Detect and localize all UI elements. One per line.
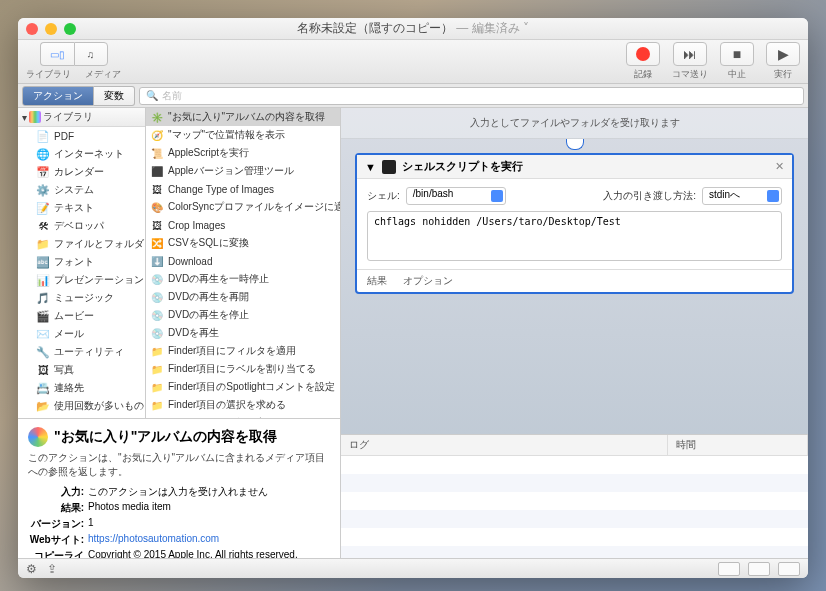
library-item[interactable]: 🎵ミュージック (18, 289, 145, 307)
share-icon[interactable]: ⇪ (47, 562, 57, 576)
library-item[interactable]: 🔧ユーティリティ (18, 343, 145, 361)
category-label: PDF (54, 131, 74, 142)
action-icon: 💿 (150, 326, 164, 340)
shell-select[interactable]: /bin/bash (406, 187, 506, 205)
action-icon: ⬛ (150, 164, 164, 178)
search-input[interactable]: 🔍 名前 (139, 87, 804, 105)
action-label: Finder項目のSpotlightコメントを設定 (168, 380, 335, 394)
action-list-item[interactable]: 🎨ColorSyncプロファイルをイメージに適用 (146, 198, 340, 216)
library-item[interactable]: ⚙️システム (18, 181, 145, 199)
action-list-item[interactable]: 💿DVDを再生 (146, 324, 340, 342)
category-icon: 🎬 (36, 309, 50, 323)
library-item[interactable]: 📝テキスト (18, 199, 145, 217)
library-header[interactable]: ▾ ライブラリ (18, 108, 145, 127)
library-item[interactable]: 🔤フォント (18, 253, 145, 271)
action-icon: 📁 (150, 362, 164, 376)
action-list-item[interactable]: 📁Finder項目にフィルタを適用 (146, 342, 340, 360)
action-label: ColorSyncプロファイルをイメージに適用 (168, 200, 340, 214)
action-list-item[interactable]: 📁Finder項目のSpotlightコメントを設定 (146, 378, 340, 396)
pass-input-select[interactable]: stdinへ (702, 187, 782, 205)
action-icon: 💿 (150, 290, 164, 304)
action-list-item[interactable]: ⬛Appleバージョン管理ツール (146, 162, 340, 180)
action-icon: 🖼 (150, 182, 164, 196)
view-mode-button-3[interactable] (778, 562, 800, 576)
category-icon: 🌐 (36, 147, 50, 161)
workflow-action-shell-script[interactable]: ▼ シェルスクリプトを実行 ✕ シェル: /bin/bash 入力の引き渡し方法… (355, 153, 794, 294)
titlebar: 名称未設定（隠すのコピー） — 編集済み ˅ (18, 18, 808, 40)
library-item[interactable]: 🌐インターネット (18, 145, 145, 163)
action-list-item[interactable]: ✳️"お気に入り"アルバムの内容を取得 (146, 108, 340, 126)
gear-icon[interactable]: ⚙︎ (26, 562, 37, 576)
action-close-button[interactable]: ✕ (775, 160, 784, 173)
action-list-item[interactable]: 🖼Change Type of Images (146, 180, 340, 198)
library-item[interactable]: 🛠デベロッパ (18, 217, 145, 235)
library-item[interactable]: 📅カレンダー (18, 163, 145, 181)
action-icon: 📁 (150, 380, 164, 394)
library-label: ライブラリ (26, 68, 71, 81)
category-label: システム (54, 183, 94, 197)
step-button[interactable]: ⏭ (673, 42, 707, 66)
action-icon: 🖼 (150, 218, 164, 232)
action-list-item[interactable]: 💿DVDの再生を一時停止 (146, 270, 340, 288)
minimize-window-button[interactable] (45, 23, 57, 35)
library-item[interactable]: 📊プレゼンテーション (18, 271, 145, 289)
action-list-item[interactable]: 📜AppleScriptを実行 (146, 144, 340, 162)
action-label: DVDを再生 (168, 326, 219, 340)
workflow-canvas[interactable]: 入力としてファイルやフォルダを受け取ります ▼ シェルスクリプトを実行 ✕ シェ… (341, 108, 808, 558)
media-toggle-button[interactable]: ♫ (74, 42, 108, 66)
action-icon: ⬇️ (150, 254, 164, 268)
action-icon: 🎨 (150, 200, 164, 214)
info-version-value: 1 (88, 517, 94, 531)
category-icon: 🔤 (36, 255, 50, 269)
library-item[interactable]: ✉️メール (18, 325, 145, 343)
info-copyright-value: Copyright © 2015 Apple Inc. All rights r… (88, 549, 298, 558)
info-input-key: 入力: (28, 485, 84, 499)
action-header[interactable]: ▼ シェルスクリプトを実行 ✕ (357, 155, 792, 179)
library-item[interactable]: 📇連絡先 (18, 379, 145, 397)
category-label: ファイルとフォルダ (54, 237, 144, 251)
stop-button[interactable]: ■ (720, 42, 754, 66)
variables-tab[interactable]: 変数 (94, 86, 135, 106)
action-list-item[interactable]: 📁Finder項目にラベルを割り当てる (146, 360, 340, 378)
disclosure-triangle-icon: ▾ (22, 112, 27, 123)
library-item[interactable]: 📁ファイルとフォルダ (18, 235, 145, 253)
action-list-item[interactable]: 🔀CSVをSQLに変換 (146, 234, 340, 252)
actions-tab[interactable]: アクション (22, 86, 94, 106)
action-list-item[interactable]: 🧭"マップ"で位置情報を表示 (146, 126, 340, 144)
library-item[interactable]: 🖼写真 (18, 361, 145, 379)
info-website-link[interactable]: https://photosautomation.com (88, 533, 219, 547)
view-mode-button-1[interactable] (718, 562, 740, 576)
category-label: フォント (54, 255, 94, 269)
disclosure-triangle-icon[interactable]: ▼ (365, 161, 376, 173)
view-mode-button-2[interactable] (748, 562, 770, 576)
options-tab[interactable]: オプション (403, 274, 453, 288)
action-list-item[interactable]: 📁Finder項目の選択を求める (146, 396, 340, 414)
category-icon: 📁 (36, 237, 50, 251)
library-item[interactable]: 🎬ムービー (18, 307, 145, 325)
time-column-header[interactable]: 時間 (668, 435, 808, 455)
library-item[interactable]: 📄PDF (18, 127, 145, 145)
action-list-item[interactable]: 🖼Crop Images (146, 216, 340, 234)
log-body (341, 456, 808, 558)
log-column-header[interactable]: ログ (341, 435, 668, 455)
action-list-item[interactable]: 💿DVDの再生を再開 (146, 288, 340, 306)
run-button[interactable]: ▶ (766, 42, 800, 66)
run-label: 実行 (774, 68, 792, 81)
rainbow-icon (29, 111, 41, 123)
library-toggle-button[interactable]: ▭▯ (40, 42, 74, 66)
record-button[interactable] (626, 42, 660, 66)
info-version-key: バージョン: (28, 517, 84, 531)
category-label: ムービー (54, 309, 94, 323)
category-icon: ✉️ (36, 327, 50, 341)
category-label: プレゼンテーション (54, 273, 144, 287)
action-list-item[interactable]: ⬇️Download (146, 252, 340, 270)
close-window-button[interactable] (26, 23, 38, 35)
action-icon: 🔀 (150, 236, 164, 250)
library-item[interactable]: 📂使用回数が多いもの (18, 397, 145, 415)
zoom-window-button[interactable] (64, 23, 76, 35)
traffic-lights (26, 23, 76, 35)
search-icon: 🔍 (146, 90, 158, 101)
results-tab[interactable]: 結果 (367, 274, 387, 288)
action-list-item[interactable]: 💿DVDの再生を停止 (146, 306, 340, 324)
script-textarea[interactable]: chflags nohidden /Users/taro/Desktop/Tes… (367, 211, 782, 261)
